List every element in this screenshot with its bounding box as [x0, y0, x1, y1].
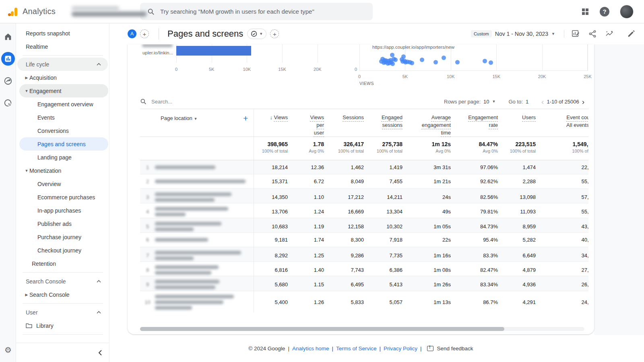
bar[interactable]	[176, 46, 251, 56]
admin-gear-icon[interactable]: ⚙	[0, 345, 16, 355]
sidebar-item-overview[interactable]: Overview	[16, 177, 109, 190]
table-row[interactable]: 105,4001.265,8335,0571m 13s86.7%4,29124,…	[140, 291, 588, 313]
column-header-sessions[interactable]: Sessions	[330, 109, 369, 137]
chevron-down-icon[interactable]: ▼	[551, 32, 555, 36]
table-row[interactable]: 118,21412.361,4621,4193m 31s97.06%1,4742…	[140, 160, 588, 174]
collapse-arrow-icon[interactable]: ▼	[24, 89, 29, 93]
scatter-point[interactable]	[390, 62, 395, 66]
avatar[interactable]	[620, 5, 634, 19]
table-row[interactable]: 314,3501.1017,21214,21124s82.56%13,09857…	[140, 189, 588, 203]
explore-icon[interactable]	[1, 74, 15, 88]
cell-engagement_rate: 86.7%	[456, 299, 504, 305]
table-row[interactable]: 69,1811.748,3007,91822s95.4%5,28240,18	[140, 233, 588, 247]
table-row[interactable]: 86,8161.407,7436,3861m 08s82.47%4,87927,…	[140, 262, 588, 276]
check-circle-icon	[251, 31, 257, 37]
column-header-views[interactable]: ↓ Views	[254, 109, 293, 137]
table-row[interactable]: 215,3716.728,0497,4551m 21s92.62%2,28855…	[140, 174, 588, 189]
edit-report-icon[interactable]	[627, 30, 635, 38]
sidebar-item-in-app-purchases[interactable]: In-app purchases	[16, 204, 109, 217]
scrollbar-thumb[interactable]	[140, 327, 504, 331]
sidebar-item-retention[interactable]: Retention	[16, 257, 109, 270]
terms-link[interactable]: Terms of Service	[336, 345, 377, 352]
sidebar-item-landing-page[interactable]: Landing page	[16, 151, 109, 164]
date-range[interactable]: Nov 1 - Nov 30, 2023	[495, 31, 548, 37]
add-comparison-button[interactable]: +	[140, 29, 149, 38]
advertising-icon[interactable]	[1, 96, 15, 110]
collapse-nav-button[interactable]	[16, 343, 109, 362]
cell-event_count: 34,34	[541, 252, 588, 259]
scatter-point[interactable]	[401, 54, 406, 59]
sidebar-item-reports-snapshot[interactable]: Reports snapshot	[16, 27, 109, 40]
column-header-users[interactable]: Users	[504, 109, 541, 137]
table-search-input[interactable]	[151, 99, 256, 105]
collapse-arrow-icon[interactable]: ▼	[24, 169, 29, 173]
expand-arrow-icon[interactable]: ▶	[24, 76, 29, 80]
privacy-link[interactable]: Privacy Policy	[384, 345, 417, 352]
column-header-views_per_user[interactable]: Viewsperuser	[293, 109, 330, 137]
send-feedback[interactable]: Send feedback	[437, 345, 473, 352]
global-search[interactable]	[140, 3, 373, 20]
column-header-event_count[interactable]: Event countAll events ▼	[541, 109, 588, 137]
horizontal-scrollbar[interactable]	[140, 327, 584, 331]
help-icon[interactable]: ?	[600, 7, 609, 17]
sidebar-item-monetization[interactable]: ▼Monetization	[16, 164, 109, 177]
sidebar-item-checkout-journey[interactable]: Checkout journey	[16, 244, 109, 257]
analytics-home-link[interactable]: Analytics home	[292, 345, 329, 352]
page-location-redacted	[155, 176, 254, 187]
nav-section-life-cycle[interactable]: Life cycle	[17, 58, 108, 71]
account-switcher-redacted[interactable]	[72, 6, 147, 17]
sidebar-item-pages-and-screens[interactable]: Pages and screens	[19, 137, 108, 151]
rows-per-page-value[interactable]: 10	[483, 99, 489, 105]
sidebar-item-realtime[interactable]: Realtime	[16, 40, 109, 53]
analytics-logo-icon[interactable]	[7, 6, 19, 17]
sidebar-item-publisher-ads[interactable]: Publisher ads	[16, 217, 109, 230]
sidebar-item-events[interactable]: Events	[16, 111, 109, 124]
scatter-point[interactable]	[483, 59, 487, 63]
next-page-icon[interactable]: ›	[582, 98, 584, 105]
scatter-point[interactable]	[410, 61, 414, 65]
nav-section-user[interactable]: User	[16, 306, 109, 319]
dimension-header[interactable]: Page location ▼+	[140, 109, 254, 137]
column-header-engaged_sessions[interactable]: Engagedsessions	[369, 109, 408, 137]
sidebar-item-purchase-journey[interactable]: Purchase journey	[16, 230, 109, 244]
sidebar-item-engagement-overview[interactable]: Engagement overview	[16, 97, 109, 111]
sidebar-item-library[interactable]: Library	[16, 319, 109, 332]
report-status-pill[interactable]: ▼	[247, 29, 266, 39]
chevron-down-icon[interactable]: ▼	[492, 99, 496, 103]
add-dimension-button[interactable]: +	[243, 114, 248, 123]
previous-page-icon[interactable]: ‹	[541, 98, 544, 105]
sidebar-item-conversions[interactable]: Conversions	[16, 124, 109, 137]
scatter-point[interactable]	[393, 58, 398, 62]
global-search-input[interactable]	[160, 8, 365, 15]
customize-report-icon[interactable]	[572, 30, 580, 38]
scatter-point[interactable]	[442, 56, 446, 60]
add-report-tab-button[interactable]: +	[270, 29, 279, 38]
table-row[interactable]: 413,7061.2416,66913,30449s79.81%11,09355…	[140, 203, 588, 218]
scatter-point[interactable]	[489, 60, 493, 65]
insights-icon[interactable]	[605, 30, 614, 38]
expand-arrow-icon[interactable]: ▶	[24, 293, 29, 297]
table-row[interactable]: 95,6801.156,4955,4131m 26s83.34%4,93626,…	[140, 276, 588, 291]
home-icon[interactable]	[1, 30, 15, 43]
goto-page-input[interactable]: 1	[526, 99, 528, 105]
scatter-point[interactable]	[390, 53, 394, 57]
chevron-down-icon[interactable]: ▼	[194, 117, 197, 121]
apps-grid-icon[interactable]	[581, 8, 589, 16]
column-header-engagement_rate[interactable]: Engagementrate	[456, 109, 504, 137]
scatter-point[interactable]	[455, 60, 460, 64]
nav-section-search-console[interactable]: Search Console	[16, 275, 109, 288]
table-row[interactable]: 510,6831.1912,15810,3021m 05s84.73%8,959…	[140, 218, 588, 233]
scatter-point[interactable]	[420, 58, 424, 62]
sidebar-item-engagement[interactable]: ▼Engagement	[19, 84, 108, 97]
sidebar-item-acquisition[interactable]: ▶Acquisition	[16, 71, 109, 84]
sidebar-item-ecommerce-purchases[interactable]: Ecommerce purchases	[16, 190, 109, 204]
column-header-avg_engagement_time[interactable]: Averageengagementtime	[408, 109, 456, 137]
comparison-chip[interactable]: A	[128, 29, 136, 38]
sidebar-item-search-console[interactable]: ▶Search Console	[16, 288, 109, 301]
table-search[interactable]	[140, 98, 444, 105]
share-icon[interactable]	[588, 30, 597, 38]
table-row[interactable]: 78,2921.259,2867,7351m 16s83.3%6,64934,3…	[140, 247, 588, 262]
scatter-point[interactable]	[433, 60, 438, 64]
cell-views_per_user: 1.10	[293, 194, 330, 200]
reports-icon[interactable]	[1, 52, 15, 66]
